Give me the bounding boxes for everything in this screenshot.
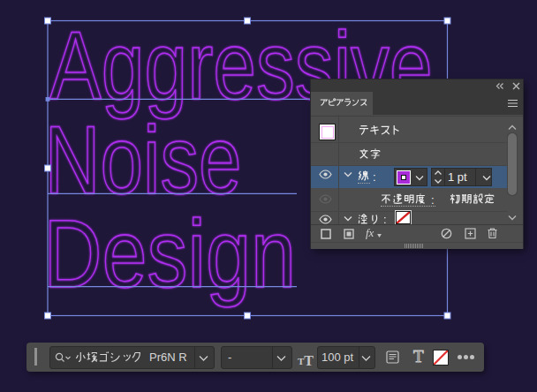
svg-text:Design: Design (43, 199, 296, 307)
svg-text:Noise: Noise (45, 106, 242, 215)
